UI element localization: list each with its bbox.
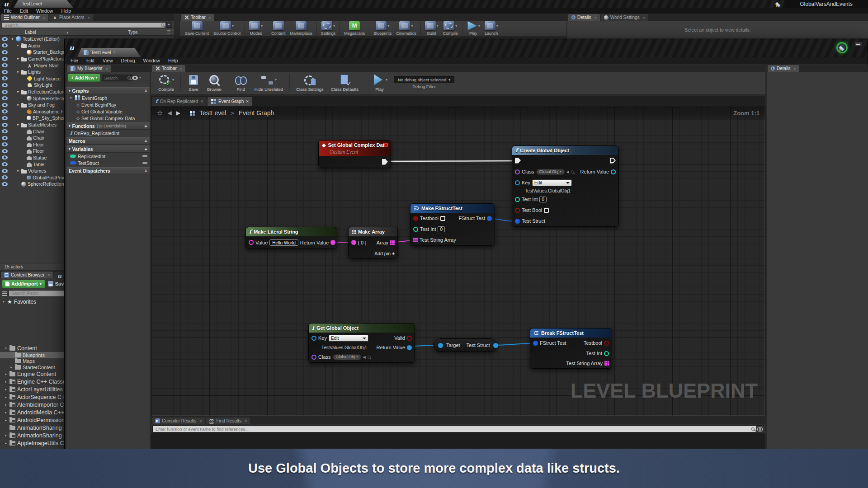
bp-toolbar-button-hide-unrelated[interactable]: ▾Hide Unrelated — [251, 74, 287, 92]
node-break-fstructtest[interactable]: Break FStructTestFStruct TestTestboolTes… — [530, 328, 612, 369]
visibility-eye-icon[interactable] — [2, 57, 8, 61]
toolbar-button-compile[interactable]: ▾Compile — [441, 21, 460, 36]
toolbar-button-play[interactable]: ▾Play — [464, 21, 482, 36]
return-value-pin[interactable] — [330, 240, 335, 245]
valid-pin[interactable] — [407, 336, 412, 341]
chevron-down-icon[interactable]: ▾ — [333, 24, 335, 28]
class-pin[interactable] — [515, 169, 520, 174]
toolbar-button-source-control[interactable]: ▾Source Control — [211, 21, 243, 36]
checkbox[interactable] — [544, 208, 549, 213]
close-icon[interactable]: × — [209, 15, 211, 20]
testbool-pin[interactable] — [604, 341, 609, 346]
toolbar-button-settings[interactable]: ▾Settings — [319, 21, 338, 36]
add-pin-button[interactable]: Add pin+ — [374, 251, 395, 256]
add-import-button[interactable]: Add/Import ▾ — [2, 280, 45, 288]
toolbar-button-launch[interactable]: ▾Launch — [482, 21, 500, 36]
breadcrumb-root[interactable]: TestLevel — [199, 109, 226, 117]
expand-caret[interactable]: ▾ — [16, 169, 20, 173]
chevron-down-icon[interactable]: ▾ — [496, 24, 498, 28]
class-picker-dropdown[interactable]: Global Obj▾ — [333, 354, 361, 360]
blueprint-details-tab[interactable]: Details× — [768, 65, 799, 72]
visibility-eye-icon[interactable] — [2, 83, 8, 87]
test-int-pin[interactable] — [515, 197, 520, 202]
return-value-pin[interactable] — [407, 345, 412, 350]
visibility-eye-icon[interactable] — [2, 129, 8, 133]
close-icon[interactable]: × — [594, 15, 597, 20]
tab-world-outliner[interactable]: World Outliner× — [1, 14, 48, 21]
fstruct-test-pin[interactable] — [487, 216, 492, 221]
visibility-eye-icon[interactable] — [2, 123, 8, 127]
expand-caret[interactable]: ▸ — [4, 403, 8, 407]
mbp-item-eventgraph[interactable]: ▾EventGraph — [66, 94, 150, 101]
toolbar-button-modes[interactable]: ▾Modes — [247, 21, 265, 36]
close-icon[interactable]: × — [180, 66, 182, 71]
expand-caret[interactable]: ▾ — [16, 43, 20, 47]
bp-toolbar-button-browse[interactable]: Browse — [203, 74, 225, 92]
forward-arrow-icon[interactable]: ▶ — [176, 110, 180, 116]
toolbar-tab[interactable]: Toolbar× — [181, 14, 214, 21]
toolbar-button-content[interactable]: Content — [269, 21, 288, 36]
node-make-array[interactable]: Make Array[ 0 ]ArrayAdd pin+ — [348, 227, 398, 258]
tab-world-settings[interactable]: World Settings× — [601, 14, 648, 21]
section-graphs[interactable]: ▾Graphs+ — [66, 87, 150, 94]
tab-details[interactable]: Details× — [568, 14, 600, 21]
breadcrumb-current[interactable]: Event Graph — [239, 109, 274, 117]
chevron-down-icon[interactable]: ▾ — [411, 24, 413, 28]
menu-window[interactable]: Window — [32, 8, 57, 14]
key-pin[interactable] — [311, 336, 316, 341]
visibility-eye-icon[interactable] — [2, 96, 8, 100]
add-button[interactable]: + — [145, 168, 147, 174]
chevron-down-icon[interactable]: ▾ — [172, 78, 174, 82]
visibility-eye-icon[interactable] — [2, 50, 8, 54]
number-input[interactable]: 0 — [539, 197, 547, 202]
my-blueprint-tab[interactable]: My Blueprint× — [67, 65, 111, 72]
add-filter-button[interactable]: + — [165, 22, 172, 28]
bp-toolbar-button-class-settings[interactable]: Class Settings — [292, 74, 327, 92]
use-asset-icon[interactable]: ◀ — [566, 170, 569, 174]
bp-toolbar-button-compile[interactable]: ▾Compile — [155, 74, 178, 92]
key-dropdown[interactable]: Edit — [329, 335, 368, 342]
outliner-search-input[interactable] — [2, 22, 168, 28]
node-get-global-object[interactable]: fGet Global ObjectKeyEditValidTestValues… — [308, 323, 415, 363]
testbool-pin[interactable] — [413, 216, 418, 221]
browse-asset-icon[interactable] — [571, 170, 574, 174]
section-macros[interactable]: Macros+ — [66, 137, 150, 145]
column-filter-icon[interactable]: ☰ — [167, 29, 170, 36]
find-in-blueprints-button[interactable] — [756, 425, 764, 432]
find-references-input[interactable] — [152, 426, 758, 432]
array-pin[interactable] — [390, 240, 392, 242]
bp-toolbar-button-class-defaults[interactable]: Class Defaults — [327, 74, 362, 92]
close-icon[interactable]: × — [246, 99, 249, 104]
key-pin[interactable] — [515, 180, 520, 185]
visibility-eye-icon[interactable] — [2, 76, 8, 80]
node-make-literal-string[interactable]: fMake Literal StringValueHello WorldRetu… — [245, 227, 337, 249]
visibility-eye-icon[interactable] — [2, 43, 8, 47]
visibility-eye-icon[interactable] — [2, 63, 8, 67]
mbp-item-get-global-variable[interactable]: ◇Get Global Variable — [66, 108, 150, 115]
visibility-eye-icon[interactable] — [2, 136, 8, 140]
node-get-test-struct[interactable]: TargetTest Struct — [434, 338, 497, 352]
menu-edit[interactable]: Edit — [16, 8, 32, 14]
main-window-tab[interactable]: TestLevel — [14, 0, 73, 8]
mbp-item-set-global-complex-data[interactable]: ◇Set Global Complex Data — [66, 115, 150, 122]
bp-menu-file[interactable]: File — [66, 58, 82, 63]
bp-menu-help[interactable]: Help — [164, 58, 182, 63]
close-icon[interactable]: × — [106, 66, 108, 71]
node-set-global-complex-data[interactable]: ◈Set Global Complex DataCustom Event — [318, 140, 391, 168]
tutorials-button[interactable] — [836, 42, 848, 53]
close-icon[interactable]: × — [199, 419, 202, 423]
expand-caret[interactable]: ▸ — [4, 395, 8, 399]
node-create-global-object[interactable]: fCreate Global ObjectClassGlobal Obj▾◀Re… — [512, 145, 619, 227]
bp-menu-window[interactable]: Window — [139, 58, 164, 63]
outliner-column-headers[interactable]: Label ▲ Type ☰ — [0, 29, 174, 36]
sources-toggle-icon[interactable] — [2, 291, 7, 296]
expand-caret[interactable]: ▸ — [4, 388, 8, 391]
blueprint-window-tab[interactable]: TestLevel × — [77, 48, 141, 57]
column-label[interactable]: Label — [25, 29, 36, 36]
expand-caret[interactable]: ▸ — [4, 434, 8, 437]
view-options-eye-icon[interactable] — [132, 76, 138, 80]
chevron-down-icon[interactable]: ▾ — [387, 24, 389, 28]
close-icon[interactable]: × — [113, 50, 115, 55]
0-pin[interactable] — [351, 240, 356, 245]
section-variables[interactable]: ▾Variables+ — [66, 145, 150, 153]
